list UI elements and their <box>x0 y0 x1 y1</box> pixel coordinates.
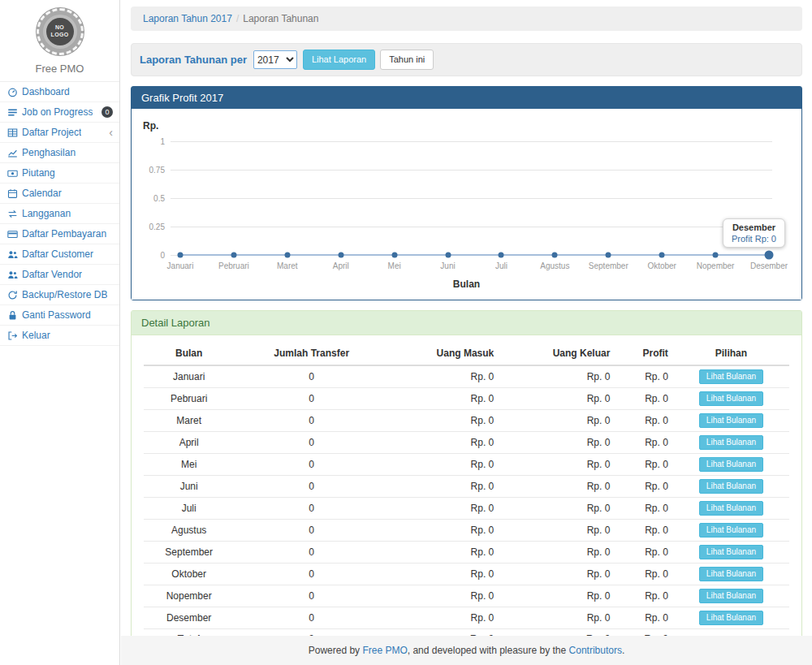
table-row: Pebruari0Rp. 0Rp. 0Rp. 0Lihat Bulanan <box>144 388 789 410</box>
year-select[interactable]: 2017 <box>253 50 297 69</box>
chart-point-oktober[interactable] <box>659 253 665 258</box>
footer-link-contributors[interactable]: Contributors <box>569 645 622 656</box>
x-tick-label: September <box>589 261 628 270</box>
chart-point-september[interactable] <box>606 253 611 258</box>
refresh-icon <box>6 290 18 300</box>
table-header-row: BulanJumlah TransferUang MasukUang Kelua… <box>144 342 789 365</box>
sidebar-item-daftar-customer[interactable]: Daftar Customer <box>0 244 119 265</box>
table-row: Agustus0Rp. 0Rp. 0Rp. 0Lihat Bulanan <box>144 520 789 542</box>
cell-jumlah-transfer: 0 <box>234 498 389 520</box>
app-logo: NO LOGO <box>37 8 84 55</box>
breadcrumb-link[interactable]: Laporan Tahun 2017 <box>143 13 232 24</box>
cell-pilihan: Lihat Bulanan <box>673 542 789 564</box>
lihat-bulanan-button[interactable]: Lihat Bulanan <box>699 369 763 384</box>
x-tick-label: April <box>333 261 349 270</box>
sidebar-item-penghasilan[interactable]: Penghasilan <box>0 143 119 163</box>
x-tick-label: Desember <box>750 261 788 270</box>
y-axis-title: Rp. <box>143 120 790 132</box>
tooltip-title: Desember <box>732 222 776 232</box>
cell-profit: Rp. 0 <box>615 564 673 585</box>
cell-bulan: Januari <box>144 365 234 388</box>
cell-pilihan: Lihat Bulanan <box>673 607 789 629</box>
sidebar-item-daftar-project[interactable]: Daftar Project‹ <box>0 123 119 143</box>
sidebar-item-piutang[interactable]: Piutang <box>0 163 119 184</box>
chart-point-nopember[interactable] <box>713 253 719 258</box>
chart-point-juni[interactable] <box>445 253 451 258</box>
lihat-bulanan-button[interactable]: Lihat Bulanan <box>699 611 763 625</box>
detail-laporan-panel: Detail Laporan BulanJumlah TransferUang … <box>131 310 802 664</box>
lihat-laporan-button[interactable]: Lihat Laporan <box>303 50 375 70</box>
column-header-uang-masuk: Uang Masuk <box>389 342 499 365</box>
cell-uang-masuk: Rp. 0 <box>389 410 499 432</box>
lihat-bulanan-button[interactable]: Lihat Bulanan <box>699 501 763 516</box>
table-row: Juli0Rp. 0Rp. 0Rp. 0Lihat Bulanan <box>144 498 789 520</box>
table-row: Nopember0Rp. 0Rp. 0Rp. 0Lihat Bulanan <box>144 585 789 607</box>
chart-point-pebruari[interactable] <box>231 253 236 258</box>
chart-point-januari[interactable] <box>178 253 184 258</box>
cell-profit: Rp. 0 <box>615 454 673 476</box>
x-tick-label: Agustus <box>540 261 569 270</box>
cell-jumlah-transfer: 0 <box>234 607 389 629</box>
sidebar-item-label: Daftar Vendor <box>22 269 82 280</box>
chart-point-maret[interactable] <box>284 253 290 258</box>
tasks-icon <box>6 107 18 118</box>
sidebar-item-label: Daftar Project <box>22 127 81 138</box>
sidebar-item-dashboard[interactable]: Dashboard <box>0 82 119 102</box>
sidebar-item-job-on-progress[interactable]: Job on Progress0 <box>0 102 119 123</box>
sidebar-item-ganti-password[interactable]: Ganti Password <box>0 305 119 326</box>
sidebar-item-daftar-pembayaran[interactable]: Daftar Pembayaran <box>0 224 119 244</box>
chart-point-juli[interactable] <box>499 253 504 258</box>
tahun-ini-button[interactable]: Tahun ini <box>380 50 434 70</box>
cell-bulan: Maret <box>144 410 234 432</box>
cell-uang-keluar: Rp. 0 <box>499 520 615 542</box>
x-tick-label: Juni <box>440 261 455 270</box>
cell-pilihan: Lihat Bulanan <box>673 388 789 410</box>
lihat-bulanan-button[interactable]: Lihat Bulanan <box>699 413 763 428</box>
cell-pilihan: Lihat Bulanan <box>673 498 789 520</box>
chart-tooltip: Desember Profit Rp: 0 <box>723 218 785 248</box>
cell-uang-masuk: Rp. 0 <box>389 498 499 520</box>
lihat-bulanan-button[interactable]: Lihat Bulanan <box>699 545 763 559</box>
logo-text: NO LOGO <box>50 24 70 39</box>
footer-text: Powered by <box>309 645 363 656</box>
chart-panel-title: Grafik Profit 2017 <box>132 87 801 109</box>
gridline <box>171 141 772 142</box>
y-tick-label: 1 <box>160 137 165 146</box>
cell-uang-keluar: Rp. 0 <box>499 564 615 585</box>
lihat-bulanan-button[interactable]: Lihat Bulanan <box>699 479 763 494</box>
table-row: Januari0Rp. 0Rp. 0Rp. 0Lihat Bulanan <box>144 365 789 388</box>
lihat-bulanan-button[interactable]: Lihat Bulanan <box>699 589 763 603</box>
report-table: BulanJumlah TransferUang MasukUang Kelua… <box>144 342 789 649</box>
profit-chart: Desember Profit Rp: 0 10.750.50.250 <box>171 141 772 255</box>
chart-point-agustus[interactable] <box>552 253 558 258</box>
footer-link-freepmo[interactable]: Free PMO <box>362 645 407 656</box>
lihat-bulanan-button[interactable]: Lihat Bulanan <box>699 567 763 581</box>
cell-jumlah-transfer: 0 <box>234 542 389 564</box>
chart-point-mei[interactable] <box>391 253 397 258</box>
chart-point-desember[interactable] <box>765 251 774 260</box>
x-tick-label: Juli <box>495 261 508 270</box>
sidebar-item-calendar[interactable]: Calendar <box>0 184 119 204</box>
lihat-bulanan-button[interactable]: Lihat Bulanan <box>699 457 763 472</box>
cell-uang-keluar: Rp. 0 <box>499 498 615 520</box>
sidebar-item-backup-restore-db[interactable]: Backup/Restore DB <box>0 285 119 305</box>
lihat-bulanan-button[interactable]: Lihat Bulanan <box>699 523 763 538</box>
lihat-bulanan-button[interactable]: Lihat Bulanan <box>699 391 763 406</box>
cell-bulan: Agustus <box>144 520 234 542</box>
cell-profit: Rp. 0 <box>615 520 673 542</box>
cell-profit: Rp. 0 <box>615 607 673 629</box>
sidebar-item-label: Ganti Password <box>22 309 91 321</box>
sidebar-item-langganan[interactable]: Langganan <box>0 204 119 224</box>
cell-bulan: April <box>144 432 234 454</box>
lihat-bulanan-button[interactable]: Lihat Bulanan <box>699 435 763 450</box>
sidebar-item-daftar-vendor[interactable]: Daftar Vendor <box>0 265 119 285</box>
cell-uang-keluar: Rp. 0 <box>499 585 615 607</box>
sidebar-item-keluar[interactable]: Keluar <box>0 326 119 346</box>
gridline <box>171 170 772 171</box>
report-filter-bar: Laporan Tahunan per 2017 Lihat Laporan T… <box>131 43 802 76</box>
breadcrumb-current: Laporan Tahunan <box>243 13 318 24</box>
sidebar-menu: DashboardJob on Progress0Daftar Project‹… <box>0 81 119 346</box>
sidebar-item-label: Langganan <box>22 208 71 219</box>
chart-point-april[interactable] <box>338 253 343 258</box>
table-row: Desember0Rp. 0Rp. 0Rp. 0Lihat Bulanan <box>144 607 789 629</box>
